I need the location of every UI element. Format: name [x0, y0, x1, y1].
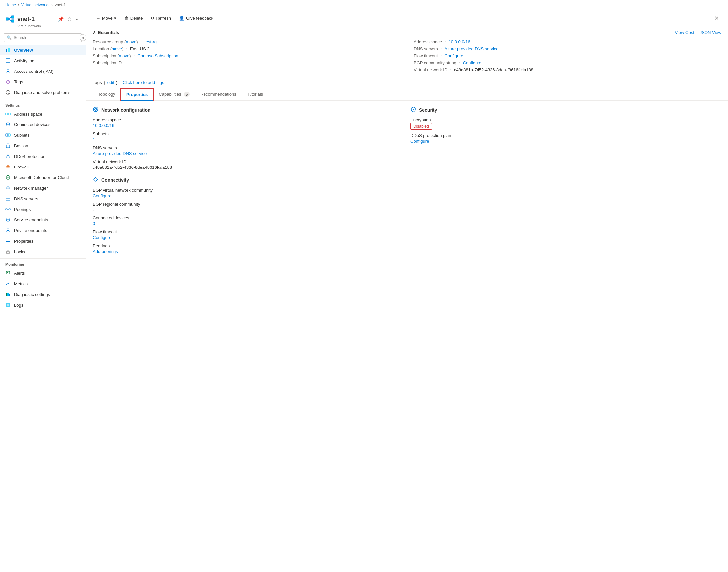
svg-rect-22 [6, 145, 10, 148]
svg-rect-34 [6, 209, 7, 210]
network-config-section: Network configuration Address space 10.0… [93, 106, 404, 170]
sidebar-item-address-space[interactable]: Address space [0, 109, 86, 119]
ddos-plan-link[interactable]: Configure [410, 139, 429, 144]
nc-dns-servers-link[interactable]: Azure provided DNS service [93, 151, 147, 156]
sidebar-item-ddos[interactable]: ! DDoS protection [0, 151, 86, 161]
sidebar-item-dns-servers[interactable]: DNS servers [0, 193, 86, 204]
svg-rect-14 [6, 113, 7, 115]
tab-topology[interactable]: Topology [93, 88, 120, 100]
connectivity-title: Connectivity [101, 177, 129, 183]
content-area: → Move ▾ 🗑 Delete ↻ Refresh 👤 Give feedb… [86, 10, 728, 572]
resource-group-value-link[interactable]: test-rg [144, 40, 157, 44]
virtual-network-id-row: Virtual network ID : c48a881a-7d52-4336-… [414, 66, 721, 73]
tags-edit-link[interactable]: edit [107, 80, 114, 85]
bgp-community-value-link[interactable]: Configure [463, 60, 481, 65]
sidebar-item-access-control[interactable]: Access control (IAM) [0, 66, 86, 76]
nc-subnets-link[interactable]: 1 [93, 137, 95, 142]
tab-tutorials[interactable]: Tutorials [242, 88, 268, 100]
sidebar-item-connected-devices[interactable]: Connected devices [0, 119, 86, 130]
sidebar-item-peerings[interactable]: Peerings [0, 204, 86, 214]
sidebar-item-diagnostic-settings[interactable]: Diagnostic settings [0, 289, 86, 300]
tags-icon [5, 79, 11, 84]
collapse-sidebar-button[interactable]: « [80, 34, 86, 41]
tags-label: Tags [93, 80, 102, 85]
bgp-vnet-link[interactable]: Configure [93, 193, 111, 198]
nc-address-space-link[interactable]: 10.0.0.0/16 [93, 123, 114, 128]
dns-servers-row: DNS servers : Azure provided DNS service [414, 45, 721, 52]
access-control-icon [5, 69, 11, 74]
sidebar-item-ddos-label: DDoS protection [14, 154, 45, 159]
sidebar-item-subnets[interactable]: Subnets [0, 130, 86, 140]
svg-line-4 [9, 19, 11, 21]
security-section: Security Encryption Disabled DDoS protec… [410, 106, 721, 144]
flow-timeout-prop-link[interactable]: Configure [93, 235, 111, 240]
sidebar-item-metrics[interactable]: Metrics [0, 278, 86, 289]
sidebar-item-firewall-label: Firewall [14, 164, 29, 169]
move-button[interactable]: → Move ▾ [93, 14, 120, 22]
ddos-plan-row: DDoS protection plan Configure [410, 133, 721, 144]
sidebar-item-bastion-label: Bastion [14, 143, 28, 148]
sidebar-item-network-manager[interactable]: Network manager [0, 183, 86, 193]
subscription-value-link[interactable]: Contoso Subscription [137, 53, 178, 58]
tab-capabilities[interactable]: Capabilities 5 [154, 88, 195, 100]
feedback-icon: 👤 [179, 15, 184, 20]
sidebar-item-service-endpoints[interactable]: Service endpoints [0, 214, 86, 225]
close-button[interactable]: ✕ [712, 14, 721, 22]
give-feedback-button[interactable]: 👤 Give feedback [176, 14, 217, 22]
sidebar-item-bastion[interactable]: Bastion [0, 140, 86, 151]
subnets-icon [5, 132, 11, 138]
alerts-icon [5, 271, 11, 276]
sidebar-item-firewall[interactable]: Firewall [0, 161, 86, 172]
svg-text:?: ? [8, 91, 9, 94]
resource-name: vnet-1 [17, 15, 35, 22]
metrics-icon [5, 281, 11, 286]
sidebar-item-network-manager-label: Network manager [14, 186, 48, 191]
svg-point-11 [8, 81, 9, 81]
sidebar-item-logs[interactable]: Logs [0, 300, 86, 310]
subscription-id-row: Subscription ID : [93, 59, 400, 66]
tab-properties[interactable]: Properties [120, 88, 154, 101]
essentials-title: ∧ Essentials [93, 30, 119, 35]
bgp-regional-row: BGP regional community - [93, 202, 404, 212]
delete-button[interactable]: 🗑 Delete [121, 14, 146, 22]
sidebar-item-tags[interactable]: Tags [0, 76, 86, 87]
breadcrumb-virtual-networks[interactable]: Virtual networks [21, 3, 49, 7]
sidebar-item-activity-log[interactable]: Activity log [0, 55, 86, 66]
network-config-icon [93, 106, 99, 114]
connected-devices-link[interactable]: 0 [93, 221, 95, 226]
tab-recommendations[interactable]: Recommendations [195, 88, 241, 100]
sidebar-item-private-endpoints[interactable]: Private endpoints [0, 225, 86, 236]
favorite-button[interactable]: ☆ [67, 15, 73, 22]
sidebar-item-defender[interactable]: Microsoft Defender for Cloud [0, 172, 86, 183]
subscription-move-link[interactable]: move [119, 53, 130, 58]
resource-group-move-link[interactable]: move [126, 40, 136, 44]
sidebar-item-peerings-label: Peerings [14, 207, 31, 212]
location-move-link[interactable]: move [111, 46, 122, 51]
sidebar-item-locks[interactable]: Locks [0, 246, 86, 257]
activity-log-icon [5, 58, 11, 63]
search-input[interactable] [4, 33, 82, 42]
address-space-value-link[interactable]: 10.0.0.0/16 [449, 40, 470, 44]
sidebar-item-alerts[interactable]: Alerts [0, 268, 86, 278]
sidebar: vnet-1 📌 ☆ ··· Virtual network 🔍 « Overv… [0, 10, 86, 572]
sidebar-item-diagnose[interactable]: ? Diagnose and solve problems [0, 87, 86, 98]
tags-add-link[interactable]: Click here to add tags [123, 80, 164, 85]
svg-point-61 [413, 109, 414, 110]
flow-timeout-value-link[interactable]: Configure [444, 53, 463, 58]
sidebar-item-properties[interactable]: Properties [0, 236, 86, 246]
properties-icon [5, 238, 11, 243]
refresh-button[interactable]: ↻ Refresh [147, 14, 174, 22]
more-button[interactable]: ··· [75, 15, 80, 22]
dns-servers-icon [5, 196, 11, 201]
pin-button[interactable]: 📌 [57, 15, 64, 22]
breadcrumb-current: vnet-1 [55, 3, 66, 7]
svg-rect-51 [6, 303, 10, 307]
view-cost-link[interactable]: View Cost [675, 30, 694, 35]
json-view-link[interactable]: JSON View [700, 30, 721, 35]
dns-servers-value-link[interactable]: Azure provided DNS service [444, 46, 498, 51]
sidebar-item-overview-label: Overview [14, 48, 33, 53]
peerings-prop-link[interactable]: Add peerings [93, 249, 118, 254]
breadcrumb-home[interactable]: Home [5, 3, 16, 7]
connected-devices-icon [5, 122, 11, 127]
sidebar-item-overview[interactable]: Overview [0, 45, 86, 55]
